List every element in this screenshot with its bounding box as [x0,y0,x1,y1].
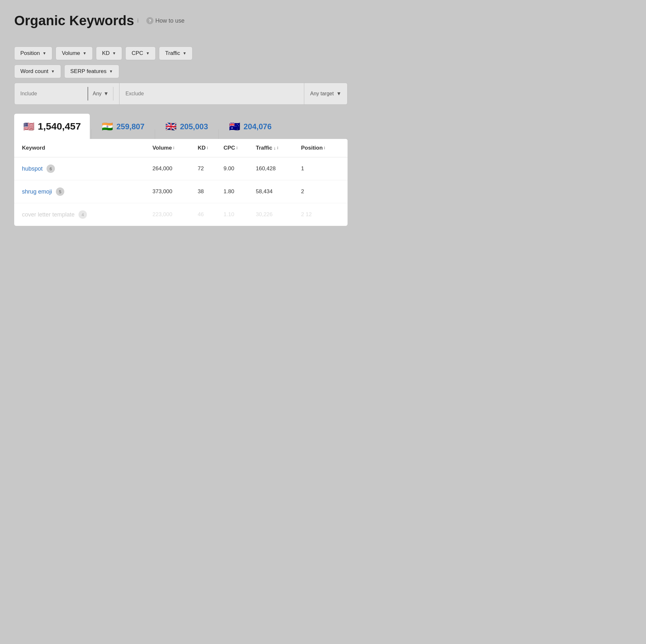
keyword-cell: shrug emoji 5 [22,187,152,196]
chevron-down-icon: ▼ [83,51,87,56]
keywords-table: Keyword Volume i KD i CPC i Traffic ↓ i … [14,139,347,226]
country-uk[interactable]: 🇬🇧 205,003 [156,114,217,139]
any-label: Any [93,91,102,97]
volume-value: 223,000 [152,211,198,218]
australia-flag-icon: 🇦🇺 [229,121,240,132]
keyword-link[interactable]: hubspot [22,166,43,172]
cpc-value: 1.10 [223,211,256,218]
us-flag-icon: 🇺🇸 [23,121,34,132]
keyword-count-badge: 6 [46,165,55,173]
traffic-value: 30,226 [256,211,301,218]
table-row: cover letter template 4 223,000 46 1.10 … [14,203,347,226]
col-header-volume: Volume i [152,145,198,151]
title-text: Organic Keywords [14,13,134,28]
traffic-value: 58,434 [256,188,301,195]
position-value: 2 12 [301,211,340,218]
filter-position[interactable]: Position ▼ [14,47,52,60]
chevron-down-icon: ▼ [42,51,46,56]
keyword-cell: cover letter template 4 [22,210,152,219]
chevron-down-icon: ▼ [146,51,149,56]
keyword-count-badge: 5 [56,187,64,196]
filter-word-count-label: Word count [20,68,48,75]
india-traffic-value: 259,807 [116,122,144,131]
kd-value: 38 [198,188,223,195]
country-india[interactable]: 🇮🇳 259,807 [93,114,153,139]
country-us[interactable]: 🇺🇸 1,540,457 [14,114,90,139]
uk-flag-icon: 🇬🇧 [166,121,177,132]
volume-value: 264,000 [152,166,198,172]
volume-info-icon[interactable]: i [173,146,174,150]
col-header-cpc: CPC i [223,145,256,151]
volume-value: 373,000 [152,188,198,195]
col-header-kd: KD i [198,145,223,151]
how-to-use-link[interactable]: ? How to use [146,17,185,24]
chevron-down-icon: ▼ [183,51,187,56]
filter-traffic-label: Traffic [165,50,180,57]
keyword-cell: hubspot 6 [22,165,152,173]
filter-serp-features[interactable]: SERP features ▼ [64,65,119,78]
exclude-section [119,83,304,104]
page-title: Organic Keywords i ? How to use [14,13,185,28]
filter-row-1: Position ▼ Volume ▼ KD ▼ CPC ▼ Traffic ▼ [14,47,347,60]
include-section: Any ▼ [14,83,119,104]
uk-traffic-value: 205,003 [180,122,208,131]
chevron-down-icon: ▼ [51,69,55,74]
keyword-link[interactable]: shrug emoji [22,188,52,195]
position-info-icon[interactable]: i [324,146,325,150]
country-divider [155,129,155,139]
cpc-info-icon[interactable]: i [236,146,237,150]
any-target-label: Any target [310,91,334,97]
how-to-use-text: How to use [155,17,185,24]
filter-volume[interactable]: Volume ▼ [56,47,93,60]
position-value: 1 [301,166,340,172]
exclude-input[interactable] [125,91,298,97]
country-australia[interactable]: 🇦🇺 204,076 [220,114,281,139]
page-header: Organic Keywords i ? How to use [14,13,347,37]
kd-value: 72 [198,166,223,172]
filter-position-label: Position [20,50,40,57]
kd-value: 46 [198,211,223,218]
col-header-keyword: Keyword [22,145,152,151]
table-header-row: Keyword Volume i KD i CPC i Traffic ↓ i … [14,139,347,157]
position-value: 2 [301,188,340,195]
filter-serp-features-label: SERP features [71,68,107,75]
keyword-link[interactable]: cover letter template [22,211,75,218]
traffic-info-icon[interactable]: i [277,146,278,150]
filter-kd-label: KD [102,50,110,57]
us-traffic-value: 1,540,457 [38,121,81,132]
title-info-icon[interactable]: i [137,17,138,24]
col-header-position: Position i [301,145,340,151]
chevron-down-icon: ▼ [104,91,109,97]
sort-down-icon[interactable]: ↓ [274,146,276,151]
filter-cpc-label: CPC [131,50,143,57]
question-icon: ? [146,17,153,24]
india-flag-icon: 🇮🇳 [102,121,113,132]
country-divider [91,129,91,139]
kd-info-icon[interactable]: i [207,146,208,150]
filter-volume-label: Volume [62,50,80,57]
filter-traffic[interactable]: Traffic ▼ [159,47,193,60]
table-row: hubspot 6 264,000 72 9.00 160,428 1 [14,157,347,180]
cpc-value: 9.00 [223,166,256,172]
chevron-down-icon: ▼ [112,51,116,56]
filter-word-count[interactable]: Word count ▼ [14,65,61,78]
cpc-value: 1.80 [223,188,256,195]
traffic-value: 160,428 [256,166,301,172]
country-divider [218,129,219,139]
chevron-down-icon: ▼ [109,69,113,74]
any-dropdown[interactable]: Any ▼ [88,87,113,100]
search-filter-bar: Any ▼ Any target ▼ [14,83,347,105]
filter-cpc[interactable]: CPC ▼ [125,47,156,60]
filter-kd[interactable]: KD ▼ [96,47,122,60]
australia-traffic-value: 204,076 [243,122,272,131]
keyword-count-badge: 4 [79,210,87,219]
col-header-traffic: Traffic ↓ i [256,145,301,151]
country-bar: 🇺🇸 1,540,457 🇮🇳 259,807 🇬🇧 205,003 🇦🇺 20… [14,114,347,139]
any-target-dropdown[interactable]: Any target ▼ [304,83,347,104]
include-input[interactable] [20,91,85,97]
filter-row-2: Word count ▼ SERP features ▼ [14,65,347,78]
chevron-down-icon: ▼ [336,91,341,97]
table-row: shrug emoji 5 373,000 38 1.80 58,434 2 [14,180,347,203]
